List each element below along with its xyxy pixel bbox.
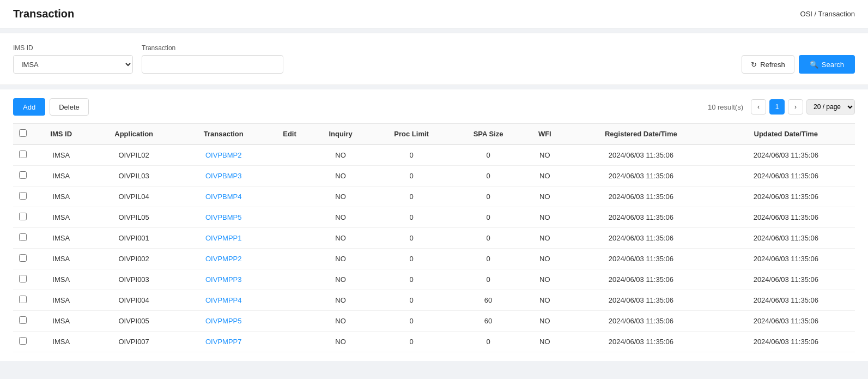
cell-transaction: OIVPBMP5 [178,207,269,228]
col-inquiry: Inquiry [311,124,371,145]
cell-ims-id: IMSA [33,290,89,311]
cell-wfi: NO [525,166,566,187]
cell-ims-id: IMSA [33,228,89,249]
select-all-checkbox[interactable] [19,129,27,137]
cell-registered: 2024/06/03 11:35:06 [565,311,717,332]
cell-spa-size: 0 [452,187,525,207]
cell-spa-size: 0 [452,249,525,269]
row-checkbox-cell [13,269,33,290]
cell-application: OIVPIL04 [89,187,178,207]
col-proc-limit: Proc Limit [371,124,452,145]
transaction-link[interactable]: OIVPBMP2 [205,151,241,159]
transaction-link[interactable]: OIVPMPP1 [205,234,241,242]
transaction-link[interactable]: OIVPMPP7 [205,338,241,346]
cell-ims-id: IMSA [33,249,89,269]
page-size-select[interactable]: 20 / page 50 / page [806,99,855,115]
data-table: IMS ID Application Transaction Edit Inqu… [13,123,855,352]
cell-proc-limit: 0 [371,145,452,166]
row-checkbox-6[interactable] [19,275,27,282]
cell-application: OIVPI005 [89,311,178,332]
ims-id-field: IMS ID IMSA [13,44,133,74]
cell-application: OIVPI003 [89,269,178,290]
prev-page-button[interactable]: ‹ [751,99,766,115]
cell-updated: 2024/06/03 11:35:06 [717,311,855,332]
col-spa-size: SPA Size [452,124,525,145]
transaction-input[interactable] [142,55,283,74]
cell-transaction: OIVPBMP2 [178,145,269,166]
search-button[interactable]: 🔍 Search [799,55,855,74]
row-checkbox-2[interactable] [19,192,27,200]
refresh-button[interactable]: ↻ Refresh [742,55,794,74]
cell-transaction: OIVPMPP3 [178,269,269,290]
breadcrumb: OSI / Transaction [800,10,855,18]
cell-application: OIVPI002 [89,249,178,269]
table-row: IMSAOIVPI005OIVPMPP5NO060NO2024/06/03 11… [13,311,855,332]
row-checkbox-0[interactable] [19,151,27,158]
search-label: Search [822,61,844,69]
page-title: Transaction [13,8,74,20]
cell-proc-limit: 0 [371,166,452,187]
cell-transaction: OIVPMPP5 [178,311,269,332]
row-checkbox-7[interactable] [19,296,27,303]
table-row: IMSAOIVPIL05OIVPBMP5NO00NO2024/06/03 11:… [13,207,855,228]
transaction-link[interactable]: OIVPBMP5 [205,213,241,221]
row-checkbox-4[interactable] [19,233,27,241]
ims-id-label: IMS ID [13,44,133,52]
cell-proc-limit: 0 [371,249,452,269]
transaction-link[interactable]: OIVPMPP4 [205,296,241,304]
row-checkbox-cell [13,207,33,228]
cell-proc-limit: 0 [371,228,452,249]
row-checkbox-cell [13,228,33,249]
col-checkbox [13,124,33,145]
transaction-link[interactable]: OIVPMPP2 [205,255,241,263]
cell-transaction: OIVPMPP1 [178,228,269,249]
cell-registered: 2024/06/03 11:35:06 [565,269,717,290]
cell-application: OIVPI004 [89,290,178,311]
row-checkbox-5[interactable] [19,254,27,262]
cell-application: OIVPIL03 [89,166,178,187]
transaction-link[interactable]: OIVPBMP3 [205,172,241,180]
cell-wfi: NO [525,269,566,290]
cell-registered: 2024/06/03 11:35:06 [565,207,717,228]
cell-ims-id: IMSA [33,166,89,187]
toolbar-left: Add Delete [13,98,89,116]
cell-updated: 2024/06/03 11:35:06 [717,145,855,166]
row-checkbox-3[interactable] [19,213,27,220]
row-checkbox-cell [13,187,33,207]
row-checkbox-1[interactable] [19,171,27,179]
transaction-link[interactable]: OIVPBMP4 [205,192,241,201]
cell-transaction: OIVPBMP4 [178,187,269,207]
cell-inquiry: NO [311,207,371,228]
table-row: IMSAOIVPI004OIVPMPP4NO060NO2024/06/03 11… [13,290,855,311]
breadcrumb-parent: OSI [800,10,812,18]
cell-updated: 2024/06/03 11:35:06 [717,187,855,207]
add-button[interactable]: Add [13,98,45,116]
cell-application: OIVPI007 [89,332,178,352]
row-checkbox-8[interactable] [19,316,27,324]
row-checkbox-9[interactable] [19,337,27,345]
transaction-link[interactable]: OIVPMPP3 [205,275,241,284]
cell-proc-limit: 0 [371,187,452,207]
row-checkbox-cell [13,311,33,332]
cell-inquiry: NO [311,290,371,311]
cell-edit [269,249,311,269]
col-registered: Registered Date/Time [565,124,717,145]
col-updated: Updated Date/Time [717,124,855,145]
delete-button[interactable]: Delete [50,98,89,116]
toolbar: Add Delete 10 result(s) ‹ 1 › 20 / page … [13,98,855,116]
cell-application: OIVPIL05 [89,207,178,228]
cell-registered: 2024/06/03 11:35:06 [565,145,717,166]
cell-updated: 2024/06/03 11:35:06 [717,269,855,290]
cell-spa-size: 0 [452,166,525,187]
next-page-button[interactable]: › [788,99,803,115]
cell-transaction: OIVPMPP2 [178,249,269,269]
cell-ims-id: IMSA [33,145,89,166]
transaction-link[interactable]: OIVPMPP5 [205,317,241,325]
cell-proc-limit: 0 [371,311,452,332]
cell-wfi: NO [525,332,566,352]
cell-wfi: NO [525,249,566,269]
cell-spa-size: 0 [452,228,525,249]
ims-id-select[interactable]: IMSA [13,55,133,74]
cell-wfi: NO [525,145,566,166]
cell-wfi: NO [525,187,566,207]
